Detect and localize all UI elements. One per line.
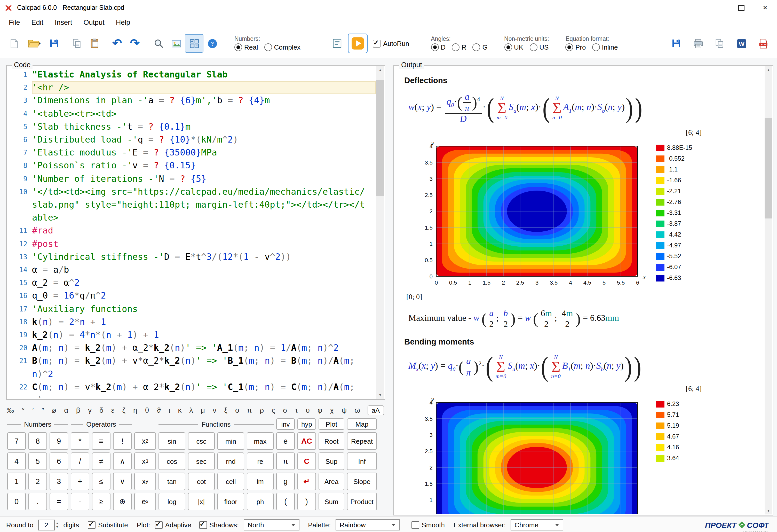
angles-option-d[interactable]: D — [431, 43, 446, 51]
angles-option-g[interactable]: G — [473, 43, 487, 51]
copy-button[interactable] — [68, 34, 86, 52]
greek-char-button[interactable]: ″ — [41, 406, 45, 414]
insert-image-button[interactable] — [167, 34, 185, 52]
keypad-button-sec[interactable]: sec — [188, 452, 215, 470]
copy-output-button[interactable] — [711, 34, 729, 52]
greek-char-button[interactable]: ϑ — [156, 406, 161, 414]
keypad-button-π[interactable]: π — [276, 452, 295, 470]
keypad-button-+[interactable]: + — [71, 472, 89, 490]
greek-char-button[interactable]: ‰ — [6, 406, 14, 414]
code-line-21[interactable]: 21B(m; n) = k_2(m) + v*α_2*k_2(n)' => 'B… — [8, 354, 376, 381]
keypad-button-([interactable]: ( — [276, 493, 295, 510]
save-button[interactable] — [45, 34, 63, 52]
scroll-up-icon[interactable]: ▲ — [765, 66, 772, 74]
output-scrollbar[interactable]: ▲ ▼ — [765, 66, 772, 514]
greek-char-button[interactable]: λ — [189, 406, 194, 414]
paste-button[interactable] — [86, 34, 103, 52]
code-line-11[interactable]: 11#rad — [8, 224, 376, 237]
greek-char-button[interactable]: υ — [305, 406, 310, 414]
keypad-button-4[interactable]: 4 — [7, 452, 26, 470]
autorun-checkbox-row[interactable]: AutoRun — [373, 39, 409, 47]
keypad-button-plot[interactable]: Plot — [319, 418, 344, 430]
case-toggle-button[interactable]: aA — [367, 405, 384, 415]
keypad-button-g[interactable]: g — [276, 472, 295, 490]
code-line-20[interactable]: 20A(m; n) = k_2(m) + α_2*k_2(n)' => 'A_1… — [8, 342, 376, 354]
adaptive-checkbox-row[interactable]: Adaptive — [155, 521, 191, 529]
keypad-button--[interactable]: - — [71, 493, 89, 510]
greek-char-button[interactable]: ′ — [32, 406, 34, 414]
keypad-button-x3[interactable]: x3 — [134, 452, 156, 470]
keypad-button-ceil[interactable]: ceil — [217, 472, 244, 490]
keypad-button-≠[interactable]: ≠ — [92, 452, 110, 470]
keypad-button-inv[interactable]: inv — [276, 418, 295, 430]
angles-radio-g[interactable] — [473, 43, 480, 51]
keypad-button-Sup[interactable]: Sup — [319, 452, 344, 470]
greek-char-button[interactable]: ς — [271, 406, 276, 414]
export-pdf-button[interactable]: PDF — [754, 34, 772, 52]
code-line-17[interactable]: 17'Auxiliary functions — [8, 302, 376, 315]
code-line-15[interactable]: 15α_2 = α^2 — [8, 277, 376, 290]
keypad-button-ph[interactable]: ph — [247, 493, 273, 510]
equation-format-option-inline[interactable]: Inline — [592, 43, 618, 51]
keypad-button-0[interactable]: 0 — [7, 493, 26, 510]
close-button[interactable]: ✕ — [753, 0, 777, 15]
equation-format-option-pro[interactable]: Pro — [566, 43, 586, 51]
keypad-button-∨[interactable]: ∨ — [113, 472, 132, 490]
round-digits-spinner[interactable]: 2 ▲▼ — [38, 519, 59, 530]
greek-char-button[interactable]: ø — [51, 406, 57, 414]
keypad-button-re[interactable]: re — [247, 452, 273, 470]
keypad-button-sin[interactable]: sin — [158, 432, 185, 450]
greek-char-button[interactable]: φ — [317, 406, 323, 414]
maximize-button[interactable] — [730, 0, 753, 15]
keypad-button-rnd[interactable]: rnd — [217, 452, 244, 470]
menu-item-file[interactable]: File — [3, 18, 26, 26]
keypad-button-map[interactable]: Map — [347, 418, 377, 430]
units-option-uk[interactable]: UK — [504, 43, 523, 51]
code-line-5[interactable]: 5'Slab thickness -'t = ? {0.1}m — [8, 120, 376, 133]
greek-char-button[interactable]: ρ — [259, 406, 264, 414]
greek-char-button[interactable]: δ — [99, 406, 104, 414]
code-line-12[interactable]: 12#post — [8, 237, 376, 250]
equation-format-radio-pro[interactable] — [566, 43, 573, 51]
units-option-us[interactable]: US — [530, 43, 549, 51]
scroll-down-icon[interactable]: ▼ — [765, 507, 772, 514]
units-radio-us[interactable] — [530, 43, 537, 51]
light-direction-dropdown[interactable]: North — [243, 519, 299, 530]
greek-char-button[interactable]: ε — [111, 406, 115, 414]
keypad-button-3[interactable]: 3 — [49, 472, 68, 490]
keypad-button-cos[interactable]: cos — [158, 452, 185, 470]
keypad-button-xy[interactable]: xy — [134, 472, 156, 490]
greek-char-button[interactable]: θ — [144, 406, 150, 414]
new-file-button[interactable] — [5, 34, 23, 52]
keypad-button-/[interactable]: / — [71, 452, 89, 470]
code-line-13[interactable]: 13'Cylindrical stiffness -'D = E*t^3/(12… — [8, 250, 376, 263]
code-line-2[interactable]: 2'<hr /> — [8, 81, 376, 94]
keypad-button-![interactable]: ! — [113, 432, 132, 450]
greek-char-button[interactable]: χ — [329, 406, 334, 414]
code-line-6[interactable]: 6'Distributed load -'q = ? {10}*(kN/m^2) — [8, 133, 376, 146]
keypad-button-5[interactable]: 5 — [28, 452, 47, 470]
greek-char-button[interactable]: ° — [21, 406, 25, 414]
greek-char-button[interactable]: γ — [88, 406, 92, 414]
scroll-up-icon[interactable]: ▲ — [376, 66, 384, 74]
menu-item-help[interactable]: Help — [110, 18, 136, 26]
external-browser-dropdown[interactable]: Chrome — [510, 519, 563, 530]
code-editor[interactable]: 1"Elastic Analysis of Rectangular Slab2'… — [8, 68, 376, 398]
adaptive-checkbox[interactable] — [155, 521, 162, 529]
keypad-button-2[interactable]: 2 — [28, 472, 47, 490]
shadows-checkbox-row[interactable]: Shadows: — [199, 521, 239, 529]
keypad-button-|x|[interactable]: |x| — [188, 493, 215, 510]
equation-format-radio-inline[interactable] — [592, 43, 600, 51]
undo-button[interactable]: ↶ — [108, 34, 126, 52]
code-line-7[interactable]: 7'Elastic modulus -'E = ? {35000}MPa — [8, 146, 376, 159]
keypad-button-Product[interactable]: Product — [347, 493, 377, 510]
keypad-button-min[interactable]: min — [217, 432, 244, 450]
keypad-button-=[interactable]: = — [49, 493, 68, 510]
numbers-option-complex[interactable]: Complex — [264, 43, 301, 51]
code-line-18[interactable]: 18k(n) = 2*n + 1 — [8, 316, 376, 328]
code-line-10[interactable]: 10'</td><td><img src="https://calcpad.eu… — [8, 186, 376, 224]
keypad-button-ex[interactable]: ex — [134, 493, 156, 510]
numbers-option-real[interactable]: Real — [234, 43, 258, 51]
export-word-button[interactable]: W — [733, 34, 750, 52]
keypad-button-Sum[interactable]: Sum — [319, 493, 344, 510]
